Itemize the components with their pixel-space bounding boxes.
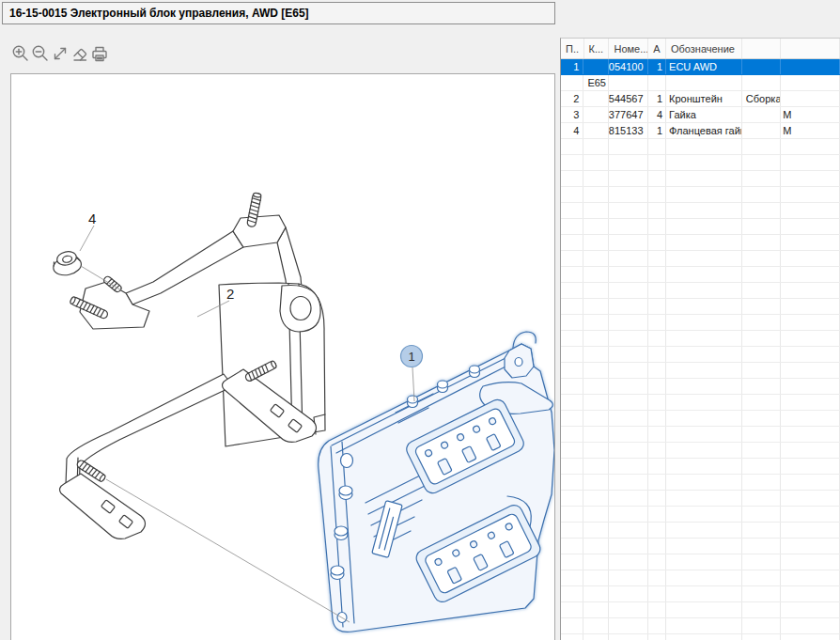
fit-view-button[interactable] (51, 43, 70, 64)
table-row-empty[interactable] (561, 602, 840, 618)
cell-pos (561, 491, 583, 506)
table-row-empty[interactable] (561, 395, 840, 411)
header-pos[interactable]: П.. (561, 39, 584, 58)
cell-col6 (742, 251, 781, 266)
diagram-canvas[interactable]: 4 2 1 (10, 73, 555, 640)
header-k[interactable]: К... (584, 39, 610, 58)
table-row-empty[interactable] (561, 507, 840, 523)
table-row-empty[interactable] (561, 251, 840, 267)
cell-a (648, 171, 667, 186)
table-row-empty[interactable] (561, 411, 840, 427)
cell-a (648, 315, 667, 330)
cell-name (666, 586, 742, 601)
table-row-empty[interactable] (561, 523, 840, 539)
flange-nut-part[interactable] (51, 249, 83, 277)
cell-num (609, 363, 647, 378)
cell-col6 (742, 618, 781, 633)
cell-col6 (742, 331, 781, 346)
cell-num (609, 523, 647, 538)
header-designation[interactable]: Обозначение (666, 39, 742, 58)
table-row-empty[interactable] (561, 586, 840, 602)
table-row-empty[interactable] (561, 347, 840, 363)
cell-pos (561, 602, 583, 617)
cell-k (583, 491, 609, 506)
callout-2-label[interactable]: 2 (226, 286, 234, 302)
table-row-empty[interactable] (561, 379, 840, 395)
parts-table: П.. К... Номе... А Обозначение 120541001… (560, 38, 840, 640)
table-row[interactable]: 225445671КронштейнСборка (561, 91, 840, 107)
cell-col6 (742, 491, 781, 506)
cell-num (609, 203, 647, 218)
cell-pos: 4 (561, 123, 583, 138)
cell-k (583, 187, 609, 202)
cell-col6: Сборка (742, 91, 781, 106)
table-row-empty[interactable] (561, 299, 840, 315)
header-extra2[interactable] (781, 39, 840, 58)
callout-4-label[interactable]: 4 (88, 211, 96, 226)
table-row-empty[interactable] (561, 331, 840, 347)
table-row-empty[interactable] (561, 443, 840, 459)
table-row-empty[interactable] (561, 491, 840, 507)
table-row-empty[interactable] (561, 634, 840, 640)
cell-a (648, 363, 667, 378)
ecu-part[interactable] (319, 332, 554, 632)
cell-pos (561, 523, 583, 538)
table-row[interactable]: 48151331Фланцевая гайкаМ (561, 123, 840, 139)
print-button[interactable] (90, 43, 109, 64)
cell-name (666, 171, 742, 186)
bracket-part[interactable] (60, 193, 325, 539)
cell-name (666, 219, 742, 234)
cell-col6 (742, 523, 781, 538)
zoom-out-button[interactable] (31, 43, 50, 64)
zoom-in-button[interactable] (11, 43, 30, 64)
cell-num: 377647 (609, 107, 647, 122)
drawing-toolbar (11, 43, 109, 64)
callout-1-badge[interactable]: 1 (401, 346, 423, 367)
cell-num (609, 554, 647, 570)
table-row-empty[interactable] (561, 267, 840, 283)
table-row-empty[interactable] (561, 363, 840, 379)
cell-num: 2544567 (609, 91, 647, 106)
table-row[interactable]: 33776474ГайкаМ (561, 107, 840, 123)
table-row-empty[interactable] (561, 155, 840, 171)
table-row-empty[interactable] (561, 219, 840, 235)
cell-col6 (742, 554, 781, 570)
cell-name (666, 427, 742, 442)
cell-num (609, 475, 647, 490)
table-row-empty[interactable] (561, 539, 840, 554)
table-row-empty[interactable] (561, 427, 840, 443)
table-row-empty[interactable] (561, 475, 840, 491)
table-row-empty[interactable] (561, 203, 840, 219)
table-row-empty[interactable] (561, 554, 840, 570)
table-row-empty[interactable] (561, 171, 840, 187)
header-qty[interactable]: А (648, 39, 666, 58)
cell-pos (561, 251, 583, 266)
cell-name (666, 187, 742, 202)
cell-name: ECU AWD (666, 59, 742, 74)
table-row-empty[interactable] (561, 618, 840, 634)
cell-k (583, 586, 609, 601)
cell-num (609, 634, 647, 640)
parts-table-header: П.. К... Номе... А Обозначение (561, 39, 840, 59)
cell-pos (561, 443, 583, 458)
table-row-empty[interactable] (561, 459, 840, 475)
cell-num (609, 219, 647, 234)
cell-a (648, 155, 667, 170)
cell-col6 (742, 459, 781, 474)
cell-name (666, 139, 742, 154)
header-extra1[interactable] (742, 39, 781, 58)
cell-a (648, 554, 667, 570)
table-row-empty[interactable] (561, 139, 840, 155)
table-row-empty[interactable] (561, 283, 840, 299)
table-row[interactable]: 120541001ECU AWD (561, 59, 840, 75)
table-row-empty[interactable] (561, 235, 840, 251)
eraser-button[interactable] (70, 43, 89, 64)
table-row-empty[interactable] (561, 315, 840, 331)
table-row[interactable]: E65 (561, 75, 840, 91)
table-row-empty[interactable] (561, 570, 840, 586)
cell-k (583, 554, 609, 570)
cell-col7 (781, 634, 840, 640)
table-row-empty[interactable] (561, 187, 840, 203)
cell-k (583, 267, 609, 282)
header-number[interactable]: Номе... (609, 39, 648, 58)
